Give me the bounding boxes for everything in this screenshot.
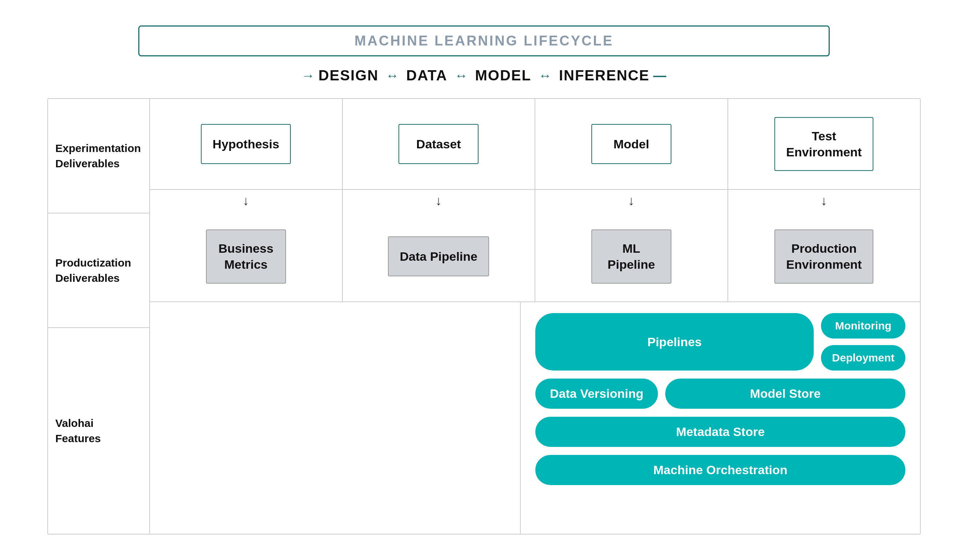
exp-model-col: Model [535, 99, 728, 189]
prod-data-col: Data Pipeline [343, 211, 536, 302]
prod-design-col: BusinessMetrics [150, 211, 343, 302]
lifecycle-title: MACHINE LEARNING LIFECYCLE [161, 33, 807, 49]
arrow-start: → [302, 68, 315, 83]
monitoring-pill: Monitoring [821, 313, 905, 339]
production-env-box: ProductionEnvironment [774, 230, 874, 283]
arrow-end: — [653, 68, 666, 83]
arrow-down-2: ↓ [343, 190, 536, 211]
lifecycle-header: MACHINE LEARNING LIFECYCLE → DESIGN ↔ DA… [47, 25, 921, 84]
exp-design-col: Hypothesis [150, 99, 343, 189]
data-versioning-pill: Data Versioning [535, 378, 658, 409]
productization-label: ProductizationDeliverables [55, 255, 131, 286]
feature-row-3: Metadata Store [535, 417, 905, 447]
machine-orchestration-pill: Machine Orchestration [535, 455, 905, 485]
valohai-label: Valohai Features [55, 416, 142, 446]
arrow-down-1: ↓ [150, 190, 343, 211]
lifecycle-bar: MACHINE LEARNING LIFECYCLE [138, 25, 830, 56]
arrow-down-4: ↓ [728, 190, 920, 211]
lifecycle-phases: → DESIGN ↔ DATA ↔ MODEL ↔ INFERENCE — [138, 67, 830, 84]
model-box: Model [591, 124, 671, 164]
feature-row-2: Data Versioning Model Store [535, 378, 905, 409]
phase-data: DATA [406, 67, 447, 84]
phase-design: DESIGN [318, 67, 378, 84]
content-area: Hypothesis Dataset Model TestEnvironment [150, 99, 920, 534]
exp-data-col: Dataset [343, 99, 536, 189]
exp-inference-col: TestEnvironment [728, 99, 920, 189]
hypothesis-box: Hypothesis [201, 124, 291, 164]
model-store-pill: Model Store [665, 378, 905, 409]
dataset-box: Dataset [398, 124, 479, 164]
feature-row-4: Machine Orchestration [535, 455, 905, 485]
phase-inference: INFERENCE [559, 67, 650, 84]
prod-inference-col: ProductionEnvironment [728, 211, 920, 302]
ml-lifecycle-diagram: MACHINE LEARNING LIFECYCLE → DESIGN ↔ DA… [47, 25, 921, 535]
label-productization: ProductizationDeliverables [48, 213, 149, 328]
arrow-data-model: ↔ [454, 68, 467, 83]
business-metrics-box: BusinessMetrics [206, 230, 286, 283]
deployment-pill: Deployment [821, 345, 905, 370]
arrow-down-3: ↓ [535, 190, 728, 211]
phase-model: MODEL [475, 67, 531, 84]
valohai-content: Pipelines Monitoring Deployment Data Ver… [521, 302, 920, 534]
arrow-model-inference: ↔ [539, 68, 552, 83]
data-pipeline-box: Data Pipeline [388, 236, 489, 276]
main-grid: ExperimentationDeliverables Productizati… [47, 98, 921, 535]
label-valohai: Valohai Features [48, 328, 149, 534]
valohai-empty-col [150, 302, 521, 534]
pipelines-pill: Pipelines [535, 313, 814, 370]
feature-row-1: Pipelines Monitoring Deployment [535, 313, 905, 370]
label-experimentation: ExperimentationDeliverables [48, 99, 149, 213]
labels-column: ExperimentationDeliverables Productizati… [48, 99, 150, 534]
ml-pipeline-box: MLPipeline [591, 230, 671, 283]
prod-model-col: MLPipeline [535, 211, 728, 302]
arrow-design-data: ↔ [386, 68, 399, 83]
experimentation-label: ExperimentationDeliverables [55, 141, 141, 171]
valohai-section: Pipelines Monitoring Deployment Data Ver… [150, 302, 920, 534]
monitoring-deployment-stack: Monitoring Deployment [821, 313, 905, 370]
test-env-box: TestEnvironment [774, 117, 874, 171]
metadata-store-pill: Metadata Store [535, 417, 905, 447]
